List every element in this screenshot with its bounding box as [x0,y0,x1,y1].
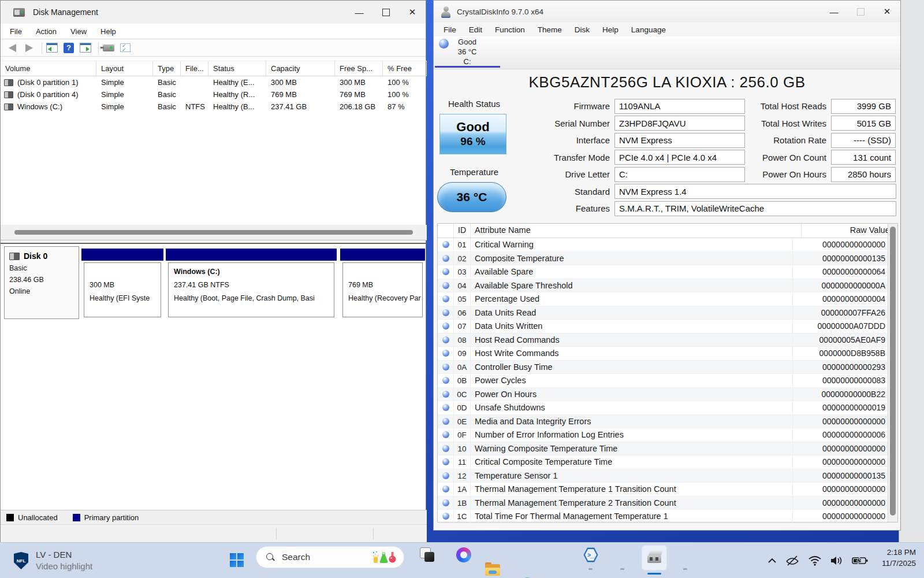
smart-attribute-row[interactable]: 05 Percentage Used 00000000000004 [438,292,889,306]
widgets-button[interactable]: NFL LV - DEN Video highlight [14,547,92,574]
vertical-scrollbar[interactable] [888,224,897,522]
column-header[interactable]: Free Sp... [335,61,383,76]
battery-charging-icon[interactable] [852,556,868,565]
smart-attribute-row[interactable]: 08 Host Read Commands 00000005AE0AF9 [438,334,889,347]
column-header[interactable]: Type [153,61,181,76]
smart-attribute-row[interactable]: 12 Temperature Sensor 1 00000000000135 [438,469,889,483]
smart-attribute-row[interactable]: 0D Unsafe Shutdowns 00000000000019 [438,401,889,415]
cdi-close-button[interactable]: ✕ [874,0,900,23]
cdi-menu-item[interactable]: Function [489,25,531,34]
file-explorer-button[interactable] [485,562,500,577]
attribute-raw-value: 0000000D8B958B [793,349,889,358]
partition2-box[interactable]: Windows (C:) 237.41 GB NTFS Healthy (Boo… [168,262,334,317]
toolbar-help-button[interactable]: ? [62,41,76,55]
attribute-name: Unsafe Shutdowns [471,401,793,414]
taskbar-clock[interactable]: 2:18 PM 11/7/2025 [866,547,916,569]
dm-menu-item[interactable]: Action [29,27,64,36]
smart-attribute-row[interactable]: 03 Available Spare 00000000000064 [438,265,889,279]
dm-menu-item[interactable]: Help [94,27,123,36]
smart-attribute-row[interactable]: 0A Controller Busy Time 00000000000293 [438,361,889,375]
horizontal-scrollbar-thumb[interactable] [14,230,413,235]
column-header[interactable]: Volume [1,61,96,76]
cdi-menu-item[interactable]: File [437,25,463,34]
cdi-minimize-button[interactable]: — [821,0,847,23]
partition1-box[interactable]: 300 MB Healthy (EFI Syste [84,262,161,317]
cdi-titlebar: CrystalDiskInfo 9.7.0 x64 — ✕ [434,1,900,23]
info-label: Firmware [526,101,614,111]
attribute-status-orb-icon [442,404,449,411]
pane-splitter[interactable] [1,243,427,244]
volume-icon [4,103,13,110]
health-status-value: Good [456,120,489,135]
smart-attribute-row[interactable]: 1A Thermal Management Temperature 1 Tran… [438,483,889,497]
toolbar-forward-button[interactable] [22,41,36,55]
dm-menu-item[interactable]: View [64,27,94,36]
background-window [899,0,924,542]
health-status-button[interactable]: Good 96 % [439,114,506,154]
attribute-name: Power Cycles [471,374,793,387]
wifi-icon[interactable] [808,555,822,566]
volume-row[interactable]: Windows (C:) Simple Basic NTFS Healthy (… [1,101,427,113]
column-header[interactable]: Status [208,61,266,76]
toolbar-properties-button[interactable]: ✓✓ [118,41,132,55]
horizontal-scrollbar[interactable] [1,225,427,240]
copilot-button[interactable] [456,547,471,562]
attribute-raw-value: 00000000000000 [793,484,889,494]
attribute-name: Thermal Management Temperature 1 Transit… [471,483,793,496]
smart-attribute-row[interactable]: 09 Host Write Commands 0000000D8B958B [438,347,889,361]
dm-close-button[interactable]: ✕ [399,1,426,24]
dm-minimize-button[interactable]: — [346,1,372,24]
attribute-status-orb-icon [442,255,449,262]
temperature-button[interactable]: 36 °C [437,182,506,212]
smart-attribute-row[interactable]: 04 Available Spare Threshold 00000000000… [438,279,889,293]
smart-attribute-row[interactable]: 0B Power Cycles 00000000000083 [438,374,889,388]
attribute-raw-value: 00000000000B22 [793,390,889,399]
smart-attribute-row[interactable]: 0C Power On Hours 00000000000B22 [438,388,889,402]
volume-row[interactable]: (Disk 0 partition 1) Simple Basic Health… [1,76,427,88]
volume-row[interactable]: (Disk 0 partition 4) Simple Basic Health… [1,88,427,101]
toolbar-console-tree-button[interactable] [45,41,59,55]
privacy-eye-off-icon[interactable] [785,555,800,566]
smart-attribute-row[interactable]: 0E Media and Data Integrity Errors 00000… [438,415,889,429]
toolbar-disk-tool-button[interactable] [102,41,116,55]
smart-attribute-row[interactable]: 01 Critical Warning 00000000000000 [438,238,889,252]
column-header[interactable]: Capacity [266,61,335,76]
drive-tab[interactable]: Good 36 °C C: [449,37,486,66]
smart-attribute-row[interactable]: 06 Data Units Read 000000007FFA26 [438,306,889,320]
smart-attribute-row[interactable]: 02 Composite Temperature 00000000000135 [438,252,889,266]
partition-status: Healthy (EFI Syste [90,292,161,305]
dm-maximize-button[interactable] [372,1,399,24]
search-box[interactable]: Search [256,546,404,568]
cdi-menu-item[interactable]: Theme [531,25,568,34]
cdi-menu-item[interactable]: Edit [463,25,489,34]
cdi-menu-item[interactable]: Language [625,25,672,34]
partition3-box[interactable]: 769 MB Healthy (Recovery Par [342,262,423,317]
start-button[interactable] [228,551,246,569]
crystaldiskinfo-taskbar-button[interactable] [642,545,667,570]
smart-attribute-row[interactable]: 0F Number of Error Information Log Entri… [438,428,889,442]
smart-attribute-row[interactable]: 10 Warning Composite Temperature Time 00… [438,442,889,456]
powershell-button[interactable]: >_ [583,547,598,562]
toolbar-action-pane-button[interactable] [79,41,92,55]
attribute-status-orb-icon [442,350,449,357]
cdi-menu-item[interactable]: Help [596,25,625,34]
smart-attribute-row[interactable]: 1B Thermal Management Temperature 2 Tran… [438,497,889,510]
smart-attribute-row[interactable]: 07 Data Units Written 00000000A07DDD [438,320,889,334]
tray-chevron-up-icon[interactable] [767,558,777,564]
cdi-menu-item[interactable]: Disk [568,25,596,34]
disk0-label-box[interactable]: Disk 0 Basic 238.46 GB Online [4,246,79,319]
dm-menu-item[interactable]: File [3,27,29,36]
column-header[interactable]: % Free [383,61,427,76]
attribute-raw-value: 00000000000083 [793,376,889,385]
column-header[interactable]: File... [181,61,208,76]
smart-attribute-row[interactable]: 1C Total Time For Thermal Management Tem… [438,510,889,524]
volume-icon[interactable] [830,555,844,566]
attribute-raw-value: 00000000A07DDD [793,321,889,331]
attribute-id: 10 [454,442,471,455]
smart-attribute-row[interactable]: 11 Critical Composite Temperature Time 0… [438,455,889,469]
info-label: Interface [526,135,614,145]
task-view-button[interactable] [420,547,435,562]
column-header[interactable]: Layout [96,61,153,76]
vertical-scrollbar-thumb[interactable] [890,227,896,516]
toolbar-back-button[interactable] [5,41,19,55]
